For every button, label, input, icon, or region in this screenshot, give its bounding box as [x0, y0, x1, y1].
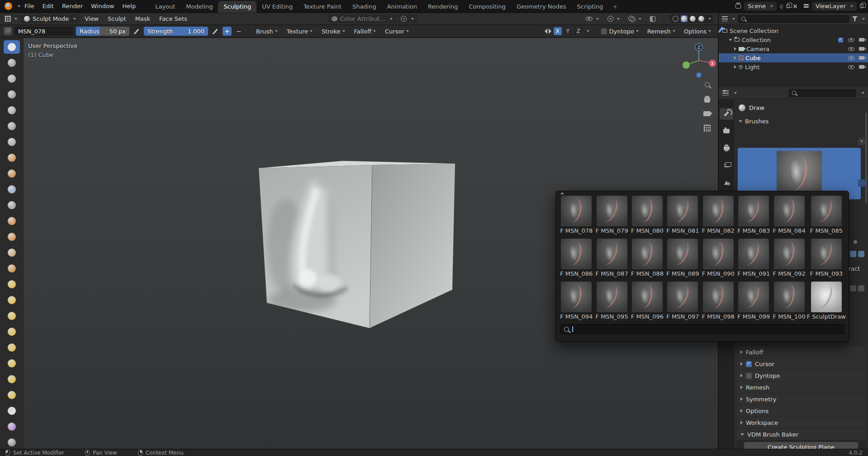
- sculpt-tool-rotate[interactable]: [4, 372, 20, 386]
- shading-material-button[interactable]: [689, 15, 696, 22]
- gizmos-dropdown[interactable]: [605, 14, 622, 24]
- tab-render[interactable]: [720, 125, 733, 137]
- expand-icon[interactable]: [734, 47, 736, 51]
- mirror-z-toggle[interactable]: Z: [574, 27, 583, 35]
- falloff-panel-dropdown[interactable]: Falloff: [351, 28, 379, 35]
- sculpt-tool-boundary[interactable]: [4, 404, 20, 418]
- outliner-row-collection[interactable]: Collection: [719, 35, 868, 44]
- add-workspace-button[interactable]: +: [608, 1, 621, 13]
- menu-file[interactable]: File: [20, 0, 38, 13]
- chevron-down-icon[interactable]: [862, 18, 865, 20]
- menu-render[interactable]: Render: [58, 0, 87, 13]
- chevron-down-icon[interactable]: [734, 92, 737, 94]
- brush-asset-item[interactable]: F MSN_084: [771, 196, 806, 234]
- strength-pressure-toggle[interactable]: [211, 27, 220, 36]
- sculpt-tool-annotate[interactable]: [4, 436, 20, 449]
- tab-scene[interactable]: [720, 177, 733, 188]
- properties-editor-icon[interactable]: [722, 90, 729, 95]
- brush-asset-item[interactable]: F MSN_099: [736, 282, 771, 320]
- tab-texture-paint[interactable]: Texture Paint: [298, 1, 347, 13]
- brush-asset-item[interactable]: F MSN_080: [630, 196, 665, 234]
- brush-asset-item[interactable]: F MSN_096: [630, 282, 665, 320]
- brush-asset-item[interactable]: F MSN_088: [630, 239, 665, 277]
- axis-y-ball[interactable]: [683, 61, 690, 69]
- shading-wireframe-button[interactable]: [672, 15, 679, 22]
- eye-icon[interactable]: [848, 65, 854, 69]
- chevron-down-icon[interactable]: [708, 18, 711, 20]
- outliner-row-light[interactable]: Light: [719, 62, 868, 71]
- brush-asset-item[interactable]: F MSN_098: [701, 282, 736, 320]
- create-sculpting-plane-button[interactable]: Create Sculpting Plane: [744, 442, 858, 449]
- chevron-down-icon[interactable]: [862, 92, 864, 94]
- zoom-button[interactable]: [702, 80, 712, 89]
- sculpt-tool-fill[interactable]: [4, 214, 20, 228]
- sculpt-tool-elastic-deform[interactable]: [4, 293, 20, 307]
- asset-bookmark-icon[interactable]: [858, 179, 865, 187]
- tab-tool[interactable]: [720, 108, 733, 120]
- sculpt-tool-inflate[interactable]: [4, 135, 20, 149]
- panel-cursor[interactable]: Cursor: [737, 358, 865, 369]
- brush-asset-item[interactable]: F MSN_097: [665, 282, 700, 320]
- sculpt-tool-blob[interactable]: [4, 151, 20, 165]
- brush-asset-item[interactable]: F MSN_095: [594, 282, 629, 320]
- outliner-search-field[interactable]: [738, 15, 849, 23]
- sculpt-tool-clay-strips[interactable]: [4, 88, 20, 101]
- menu-help[interactable]: Help: [119, 0, 140, 13]
- tab-output[interactable]: [720, 142, 733, 154]
- cube-object[interactable]: [244, 151, 470, 345]
- brush-asset-item[interactable]: F MSN_090: [701, 239, 736, 277]
- mode-selector[interactable]: Sculpt Mode: [20, 14, 80, 24]
- orthographic-toggle-button[interactable]: [702, 123, 712, 133]
- menu-face-sets[interactable]: Face Sets: [155, 13, 191, 25]
- render-visibility-icon[interactable]: [859, 56, 864, 60]
- add-direction-button[interactable]: +: [223, 27, 232, 36]
- new-viewlayer-icon[interactable]: [860, 4, 863, 8]
- subtract-direction-button[interactable]: −: [234, 27, 243, 36]
- sculpt-tool-draw-sharp[interactable]: [4, 56, 20, 70]
- panel-falloff[interactable]: Falloff: [737, 347, 865, 357]
- expand-icon[interactable]: [734, 65, 736, 69]
- mirror-x-toggle[interactable]: X: [554, 27, 562, 35]
- sculpt-tool-crease[interactable]: [4, 167, 20, 180]
- brush-asset-item[interactable]: F MSN_085: [807, 196, 846, 234]
- tab-compositing[interactable]: Compositing: [463, 1, 511, 13]
- cursor-checkbox[interactable]: [746, 361, 752, 367]
- strength-slider[interactable]: Strength1.000: [144, 27, 208, 36]
- panel-remesh[interactable]: Remesh: [737, 382, 865, 393]
- mirror-y-toggle[interactable]: Y: [564, 27, 572, 35]
- eye-icon[interactable]: [848, 56, 854, 60]
- panel-dyntopo[interactable]: Dyntopo: [737, 370, 865, 381]
- outliner-row-scene-collection[interactable]: Scene Collection: [719, 26, 868, 35]
- menu-mask[interactable]: Mask: [131, 13, 154, 25]
- brush-asset-item[interactable]: F SculptDraw: [807, 282, 846, 320]
- expand-icon[interactable]: [734, 56, 736, 60]
- brush-asset-item[interactable]: F MSN_082: [701, 196, 736, 234]
- options-dropdown[interactable]: Options: [681, 28, 714, 35]
- menu-window[interactable]: Window: [87, 0, 118, 13]
- brush-asset-item[interactable]: F MSN_100: [771, 282, 806, 320]
- eye-icon[interactable]: [848, 38, 854, 42]
- editor-type-button[interactable]: [3, 14, 19, 24]
- sculpt-tool-scrape[interactable]: [4, 230, 20, 244]
- dyntopo-dropdown[interactable]: Dyntopo: [598, 28, 642, 35]
- render-visibility-icon[interactable]: [859, 65, 864, 69]
- sculpt-tool-grab[interactable]: [4, 277, 20, 291]
- scene-selector[interactable]: Scene: [744, 2, 777, 11]
- sculpt-tool-multi-plane-scrape[interactable]: [4, 246, 20, 259]
- radius-slider[interactable]: Radius50 px: [76, 27, 129, 36]
- panel-workspace[interactable]: Workspace: [737, 417, 865, 428]
- navigation-gizmo[interactable]: Z X: [677, 39, 718, 82]
- panel-symmetry[interactable]: Symmetry: [737, 394, 865, 404]
- active-tool-row[interactable]: Draw: [734, 99, 868, 114]
- render-visibility-icon[interactable]: [859, 38, 864, 42]
- cursor-panel-dropdown[interactable]: Cursor: [382, 28, 412, 35]
- tab-geometry-nodes[interactable]: Geometry Nodes: [511, 1, 572, 13]
- sculpt-tool-snake-hook[interactable]: [4, 309, 20, 323]
- sculpt-tool-slide-relax[interactable]: [4, 388, 20, 402]
- brush-asset-item[interactable]: F MSN_081: [665, 196, 700, 234]
- sculpt-tool-draw[interactable]: [4, 40, 20, 54]
- dyntopo-checkbox[interactable]: [746, 373, 752, 379]
- overlays-dropdown[interactable]: [626, 14, 644, 24]
- texture-mask-icon[interactable]: [858, 251, 864, 257]
- panel-options[interactable]: Options: [737, 405, 865, 416]
